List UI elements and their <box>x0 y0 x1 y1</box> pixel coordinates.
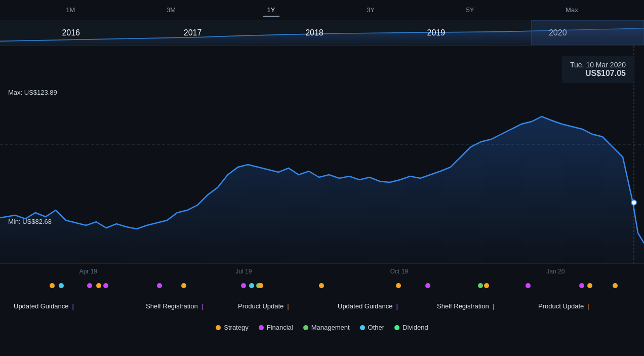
x-label-jan20: Jan 20 <box>546 268 565 275</box>
main-chart[interactable]: Max: US$123.89 Min: US$82.68 Tue, 10 Mar… <box>0 46 644 263</box>
dot-financial-3 <box>157 283 162 288</box>
annotation-shelf-registration-1: Shelf Registration <box>146 302 203 310</box>
time-btn-max[interactable]: Max <box>561 4 582 16</box>
legend-row: Strategy Financial Management Other Divi… <box>0 319 644 336</box>
time-btn-3m[interactable]: 3M <box>163 4 180 16</box>
dot-financial-6 <box>526 283 531 288</box>
svg-point-3 <box>631 200 636 205</box>
tooltip-date: Tue, 10 Mar 2020 <box>570 61 626 69</box>
legend-strategy[interactable]: Strategy <box>216 324 248 331</box>
legend-label-other: Other <box>368 324 385 331</box>
legend-label-financial: Financial <box>267 324 293 331</box>
dot-financial-4 <box>241 283 246 288</box>
svg-rect-0 <box>532 20 644 45</box>
mini-chart[interactable]: 2016 2017 2018 2019 2020 <box>0 20 644 46</box>
time-btn-1m[interactable]: 1M <box>62 4 79 16</box>
dot-strategy-8 <box>587 283 592 288</box>
min-price-label: Min: US$82.68 <box>8 218 52 225</box>
legend-label-dividend: Dividend <box>402 324 428 331</box>
time-btn-1y[interactable]: 1Y <box>263 4 279 16</box>
dot-financial-7 <box>579 283 584 288</box>
annotations-row: Updated Guidance Shelf Registration Prod… <box>0 293 644 319</box>
legend-label-strategy: Strategy <box>224 324 248 331</box>
dot-other-1 <box>59 283 64 288</box>
annotation-updated-guidance-2: Updated Guidance <box>338 302 398 310</box>
dot-other-2 <box>249 283 254 288</box>
x-label-jul19: Jul 19 <box>235 268 252 275</box>
tooltip-box: Tue, 10 Mar 2020 US$107.05 <box>562 56 634 83</box>
x-axis: Apr 19 Jul 19 Oct 19 Jan 20 <box>0 263 644 279</box>
time-navigation: 1M 3M 1Y 3Y 5Y Max <box>0 0 644 20</box>
legend-other[interactable]: Other <box>360 324 385 331</box>
dot-financial-1 <box>87 283 92 288</box>
dot-strategy-2 <box>96 283 101 288</box>
max-price-label: Max: US$123.89 <box>8 89 57 96</box>
annotation-product-update-2: Product Update <box>538 302 589 310</box>
legend-financial[interactable]: Financial <box>259 324 293 331</box>
annotation-product-update-1: Product Update <box>238 302 289 310</box>
dot-strategy-6 <box>396 283 401 288</box>
dot-strategy-7 <box>484 283 489 288</box>
dot-strategy-1 <box>50 283 55 288</box>
event-dots-row <box>10 279 634 293</box>
x-label-apr19: Apr 19 <box>79 268 97 275</box>
dot-financial-5 <box>425 283 430 288</box>
legend-dot-strategy <box>216 325 221 330</box>
legend-management[interactable]: Management <box>303 324 350 331</box>
dot-strategy-4 <box>258 283 263 288</box>
legend-label-management: Management <box>311 324 350 331</box>
legend-dividend[interactable]: Dividend <box>394 324 428 331</box>
tooltip-price: US$107.05 <box>570 69 626 78</box>
annotation-updated-guidance-1: Updated Guidance <box>14 302 74 310</box>
legend-dot-financial <box>259 325 264 330</box>
dot-strategy-3 <box>181 283 186 288</box>
legend-dot-management <box>303 325 308 330</box>
dot-management-2 <box>478 283 483 288</box>
time-btn-3y[interactable]: 3Y <box>363 4 379 16</box>
annotation-shelf-registration-2: Shelf Registration <box>437 302 494 310</box>
time-btn-5y[interactable]: 5Y <box>462 4 478 16</box>
dot-strategy-9 <box>613 283 618 288</box>
dot-strategy-5 <box>319 283 324 288</box>
legend-dot-other <box>360 325 365 330</box>
dot-financial-2 <box>103 283 108 288</box>
legend-dot-dividend <box>394 325 399 330</box>
x-label-oct19: Oct 19 <box>390 268 408 275</box>
